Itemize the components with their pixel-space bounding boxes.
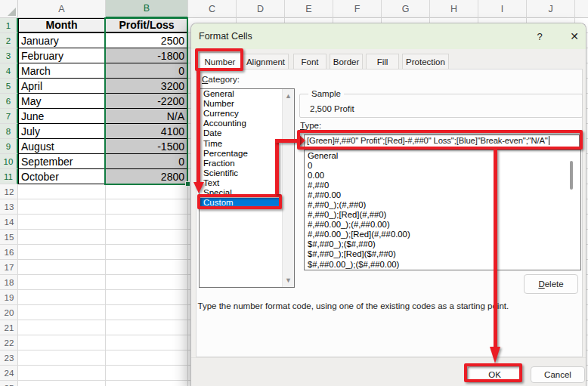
scroll-down-icon[interactable]: ▼ xyxy=(283,275,294,286)
row-header-11[interactable]: 11 xyxy=(0,169,18,184)
row-header-22[interactable]: 22 xyxy=(0,335,18,350)
close-icon[interactable]: ✕ xyxy=(563,23,586,49)
cell-A6[interactable]: May xyxy=(18,94,106,109)
format-code-item[interactable]: 0 xyxy=(305,160,580,170)
format-code-item[interactable]: 0.00 xyxy=(305,170,580,180)
column-header-F[interactable]: F xyxy=(333,0,382,18)
ok-button[interactable]: OK xyxy=(467,366,522,383)
category-item-currency[interactable]: Currency xyxy=(200,109,294,119)
cell-B4[interactable]: 0 xyxy=(106,63,188,79)
format-code-item[interactable]: $#,##0_);($#,##0) xyxy=(305,239,580,249)
category-item-time[interactable]: Time xyxy=(200,138,294,148)
row-header-24[interactable]: 24 xyxy=(0,366,18,381)
row-header-5[interactable]: 5 xyxy=(0,79,18,94)
column-header-I[interactable]: I xyxy=(478,0,527,18)
category-item-date[interactable]: Date xyxy=(200,128,294,138)
cell-A9[interactable]: August xyxy=(18,139,106,154)
tab-alignment[interactable]: Alignment xyxy=(243,54,289,69)
row-header-1[interactable]: 1 xyxy=(0,18,18,33)
row-header-10[interactable]: 10 xyxy=(0,154,18,169)
cell-A11[interactable]: October xyxy=(18,169,106,184)
row-header-6[interactable]: 6 xyxy=(0,94,18,109)
row-header-13[interactable]: 13 xyxy=(0,199,18,215)
cell-B9[interactable]: -1500 xyxy=(106,139,188,154)
column-header-J[interactable]: J xyxy=(527,0,575,18)
fill-handle[interactable] xyxy=(185,181,190,187)
cell-A5[interactable]: April xyxy=(18,79,106,94)
category-listbox[interactable]: GeneralNumberCurrencyAccountingDateTimeP… xyxy=(199,88,295,288)
format-code-item[interactable]: #,##0_);[Red](#,##0) xyxy=(305,210,580,220)
format-code-item[interactable]: General xyxy=(305,150,580,160)
format-code-item[interactable]: #,##0.00 xyxy=(305,190,580,199)
cell-B5[interactable]: 3200 xyxy=(106,79,188,94)
format-code-item[interactable]: #,##0.00_);[Red](#,##0.00) xyxy=(305,230,580,239)
cell-A1[interactable]: Month xyxy=(18,18,106,33)
tab-fill[interactable]: Fill xyxy=(366,54,399,69)
scrollbar-thumb[interactable] xyxy=(570,161,573,190)
category-scrollbar[interactable]: ▲ ▼ xyxy=(282,89,294,287)
column-header-E[interactable]: E xyxy=(285,0,333,18)
cell-B8[interactable]: 4100 xyxy=(106,124,188,139)
format-codes-listbox[interactable]: General00.00#,##0#,##0.00#,##0_);(#,##0)… xyxy=(304,150,581,270)
cell-A3[interactable]: February xyxy=(18,48,106,63)
format-code-item[interactable]: #,##0 xyxy=(305,180,580,190)
category-item-text[interactable]: Text xyxy=(200,178,294,187)
row-header-21[interactable]: 21 xyxy=(0,320,18,335)
row-header-18[interactable]: 18 xyxy=(0,275,18,290)
row-header-3[interactable]: 3 xyxy=(0,48,18,63)
row-header-16[interactable]: 16 xyxy=(0,245,18,260)
tab-protection[interactable]: Protection xyxy=(402,54,449,69)
cell-B11[interactable]: 2800 xyxy=(106,169,188,184)
column-header-A[interactable]: A xyxy=(18,0,106,18)
tab-font[interactable]: Font xyxy=(293,54,326,69)
cell-A4[interactable]: March xyxy=(18,63,106,79)
category-item-percentage[interactable]: Percentage xyxy=(200,148,294,158)
row-header-20[interactable]: 20 xyxy=(0,305,18,320)
column-header-D[interactable]: D xyxy=(237,0,285,18)
delete-button[interactable]: Delete xyxy=(524,274,578,294)
row-header-9[interactable]: 9 xyxy=(0,139,18,154)
cell-B1[interactable]: Profit/Loss xyxy=(106,18,188,33)
column-header-H[interactable]: H xyxy=(430,0,478,18)
column-header-G[interactable]: G xyxy=(382,0,430,18)
category-item-accounting[interactable]: Accounting xyxy=(200,119,294,128)
format-code-item[interactable]: #,##0_);(#,##0) xyxy=(305,199,580,209)
category-item-scientific[interactable]: Scientific xyxy=(200,168,294,178)
format-code-item[interactable]: $#,##0_);[Red]($#,##0) xyxy=(305,249,580,259)
format-code-item[interactable]: #,##0.00_);(#,##0.00) xyxy=(305,220,580,230)
cell-B2[interactable]: 2500 xyxy=(106,33,188,48)
column-header-C[interactable]: C xyxy=(188,0,237,18)
category-item-number[interactable]: Number xyxy=(200,99,294,109)
row-header-7[interactable]: 7 xyxy=(0,109,18,124)
scroll-up-icon[interactable]: ▲ xyxy=(283,91,294,101)
cell-A10[interactable]: September xyxy=(18,154,106,169)
row-header-2[interactable]: 2 xyxy=(0,33,18,48)
cell-A2[interactable]: January xyxy=(18,33,106,48)
tab-number[interactable]: Number xyxy=(199,52,241,70)
select-all-corner[interactable] xyxy=(0,0,18,18)
cell-A8[interactable]: July xyxy=(18,124,106,139)
format-code-item[interactable]: $#,##0.00_);($#,##0.00) xyxy=(305,259,580,269)
help-button[interactable]: ? xyxy=(528,23,551,49)
row-header-23[interactable]: 23 xyxy=(0,350,18,366)
tab-border[interactable]: Border xyxy=(330,54,363,69)
row-header-15[interactable]: 15 xyxy=(0,230,18,245)
cell-A7[interactable]: June xyxy=(18,109,106,124)
row-header-14[interactable]: 14 xyxy=(0,215,18,230)
cell-B3[interactable]: -1800 xyxy=(106,48,188,63)
row-header-19[interactable]: 19 xyxy=(0,290,18,305)
row-header-8[interactable]: 8 xyxy=(0,124,18,139)
cancel-button[interactable]: Cancel xyxy=(531,366,585,383)
column-header-B[interactable]: B xyxy=(106,0,188,18)
category-item-special[interactable]: Special xyxy=(200,187,294,197)
type-input[interactable]: [Green]#,##0" Profit";[Red]-#,##0" Loss"… xyxy=(304,134,580,148)
category-item-custom[interactable]: Custom xyxy=(200,198,294,208)
cell-B10[interactable]: 0 xyxy=(106,154,188,169)
cell-B6[interactable]: -2200 xyxy=(106,94,188,109)
row-header-25[interactable]: 25 xyxy=(0,381,18,386)
dialog-titlebar[interactable]: Format Cells ? ✕ xyxy=(191,23,586,49)
row-header-17[interactable]: 17 xyxy=(0,260,18,275)
row-header-4[interactable]: 4 xyxy=(0,63,18,79)
cell-B7[interactable]: N/A xyxy=(106,109,188,124)
category-item-general[interactable]: General xyxy=(200,89,294,99)
